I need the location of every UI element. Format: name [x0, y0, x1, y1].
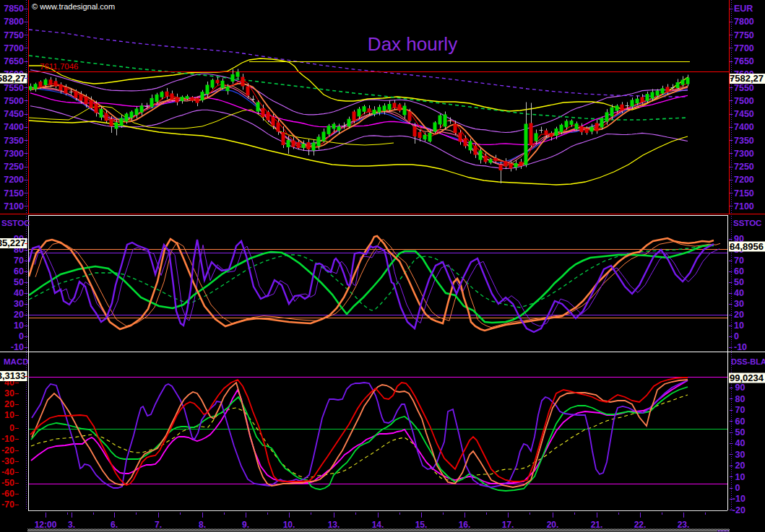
- svg-text:7350: 7350: [734, 136, 754, 146]
- svg-text:7150: 7150: [734, 188, 754, 199]
- svg-text:7500: 7500: [734, 96, 754, 106]
- svg-text:8.: 8.: [199, 520, 206, 530]
- svg-text:0: 0: [9, 423, 14, 433]
- svg-text:40: 40: [734, 288, 744, 298]
- svg-text:30: 30: [735, 450, 745, 460]
- svg-text:50: 50: [735, 427, 745, 437]
- svg-text:70: 70: [735, 405, 745, 415]
- svg-text:17.: 17.: [502, 520, 514, 530]
- svg-text:7300: 7300: [4, 149, 24, 159]
- svg-text:EUR: EUR: [734, 4, 753, 14]
- svg-text:7400: 7400: [734, 122, 754, 132]
- svg-text:-10: -10: [1, 434, 14, 444]
- svg-text:30: 30: [734, 299, 744, 309]
- svg-text:16.: 16.: [459, 520, 471, 530]
- svg-text:13.: 13.: [328, 520, 340, 530]
- svg-text:99,0234: 99,0234: [730, 372, 764, 383]
- svg-text:10.: 10.: [283, 520, 295, 530]
- svg-text:20.: 20.: [547, 520, 559, 530]
- svg-text:7582,27: 7582,27: [730, 73, 764, 84]
- svg-text:7800: 7800: [734, 17, 754, 27]
- svg-text:7250: 7250: [734, 162, 754, 172]
- svg-text:12:00: 12:00: [35, 520, 57, 530]
- svg-text:22.: 22.: [634, 520, 647, 530]
- svg-text:90: 90: [735, 383, 745, 393]
- svg-text:-50: -50: [1, 478, 14, 488]
- svg-text:85,227: 85,227: [0, 237, 26, 248]
- svg-text:30: 30: [14, 299, 24, 309]
- svg-text:SSTOC: SSTOC: [733, 219, 761, 227]
- svg-text:60: 60: [735, 417, 745, 427]
- svg-text:7750: 7750: [4, 30, 24, 40]
- svg-text:84,8956: 84,8956: [730, 241, 764, 252]
- svg-text:60: 60: [14, 266, 24, 276]
- svg-text:10: 10: [4, 410, 14, 420]
- svg-text:7100: 7100: [4, 201, 24, 212]
- svg-text:-10: -10: [11, 342, 24, 352]
- svg-text:7800: 7800: [4, 17, 24, 27]
- svg-text:MACD: MACD: [4, 357, 29, 366]
- svg-text:20: 20: [14, 310, 24, 320]
- svg-text:-10: -10: [732, 494, 745, 504]
- svg-text:7550: 7550: [4, 83, 24, 93]
- svg-text:-20: -20: [732, 505, 745, 515]
- svg-text:7550: 7550: [734, 83, 754, 93]
- svg-text:23.: 23.: [678, 520, 690, 530]
- svg-text:70: 70: [734, 256, 744, 266]
- svg-text:7400: 7400: [4, 122, 24, 132]
- svg-text:50: 50: [734, 277, 744, 287]
- svg-text:15.: 15.: [415, 520, 428, 530]
- svg-text:-60: -60: [1, 489, 14, 499]
- svg-text:10: 10: [735, 472, 745, 482]
- svg-text:-10: -10: [734, 342, 747, 352]
- svg-text:-30: -30: [1, 456, 14, 466]
- svg-text:7200: 7200: [4, 175, 24, 185]
- svg-text:© www.tradesignal.com: © www.tradesignal.com: [32, 2, 115, 11]
- svg-text:0: 0: [19, 331, 24, 341]
- svg-text:60: 60: [734, 266, 744, 276]
- svg-text:7350: 7350: [4, 136, 24, 146]
- svg-text:7700: 7700: [734, 43, 754, 53]
- svg-text:Dax hourly: Dax hourly: [368, 33, 457, 55]
- svg-text:6.: 6.: [111, 520, 118, 530]
- svg-text:10: 10: [734, 320, 744, 331]
- svg-text:20: 20: [735, 461, 745, 471]
- svg-text:DSS-BLA: DSS-BLA: [731, 357, 765, 366]
- svg-text:7450: 7450: [734, 109, 754, 119]
- svg-text:7500: 7500: [4, 96, 24, 106]
- svg-text:3,3133: 3,3133: [0, 370, 26, 381]
- svg-text:9.: 9.: [242, 520, 249, 530]
- svg-text:7450: 7450: [4, 109, 24, 119]
- svg-text:7850: 7850: [4, 4, 24, 14]
- svg-text:7150: 7150: [4, 188, 24, 199]
- svg-text:-70: -70: [1, 500, 14, 510]
- svg-text:0: 0: [735, 483, 740, 493]
- svg-text:40: 40: [735, 438, 745, 448]
- svg-text:7750: 7750: [734, 30, 754, 40]
- svg-text:0: 0: [734, 331, 739, 341]
- svg-text:582,27: 582,27: [0, 73, 26, 84]
- svg-text:7300: 7300: [734, 149, 754, 159]
- svg-text:7100: 7100: [734, 201, 754, 212]
- svg-text:SSTOC: SSTOC: [1, 219, 30, 227]
- svg-text:3.: 3.: [68, 520, 75, 530]
- svg-text:-20: -20: [1, 445, 14, 455]
- svg-text:10: 10: [14, 320, 24, 331]
- svg-text:7611,7046: 7611,7046: [40, 62, 79, 71]
- svg-text:70: 70: [14, 256, 24, 266]
- svg-text:21.: 21.: [591, 520, 603, 530]
- svg-text:7250: 7250: [4, 162, 24, 172]
- svg-text:20: 20: [734, 310, 744, 320]
- svg-text:30: 30: [4, 388, 14, 398]
- svg-text:7650: 7650: [734, 56, 754, 66]
- svg-text:7200: 7200: [734, 175, 754, 185]
- svg-text:50: 50: [14, 277, 24, 287]
- svg-text:7.: 7.: [155, 520, 162, 530]
- svg-text:14.: 14.: [372, 520, 384, 530]
- svg-text:-40: -40: [1, 467, 14, 477]
- svg-text:80: 80: [735, 394, 745, 404]
- svg-text:7700: 7700: [4, 43, 24, 53]
- svg-text:20: 20: [4, 399, 14, 409]
- svg-text:7650: 7650: [4, 56, 24, 66]
- svg-text:40: 40: [14, 288, 24, 298]
